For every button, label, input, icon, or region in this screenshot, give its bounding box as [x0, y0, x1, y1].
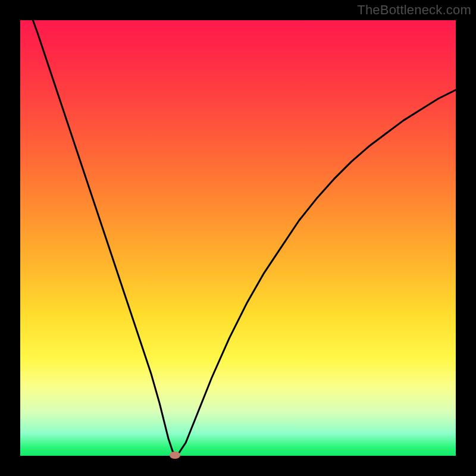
plot-area: [20, 20, 456, 456]
curve-svg: [20, 20, 456, 456]
minimum-marker: [170, 452, 180, 459]
bottleneck-curve: [20, 20, 456, 456]
chart-frame: TheBottleneck.com: [0, 0, 476, 476]
watermark-text: TheBottleneck.com: [357, 2, 471, 18]
